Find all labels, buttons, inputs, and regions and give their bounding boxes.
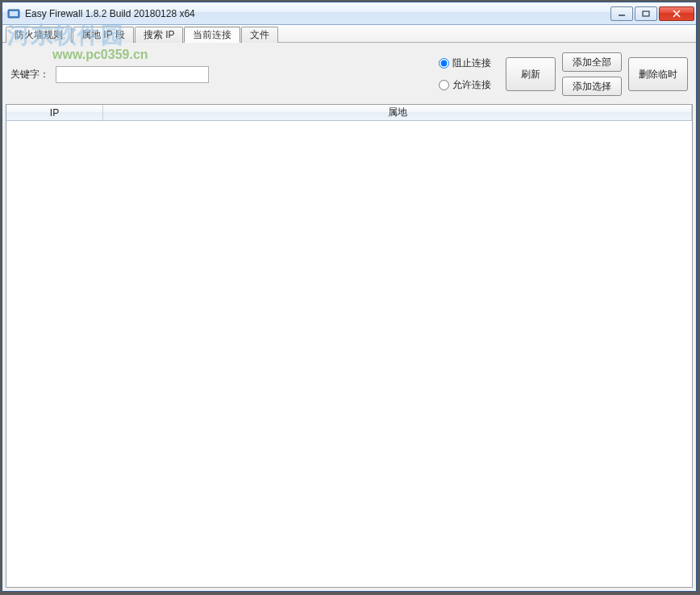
app-window: Easy Firewall 1.8.2 Build 20180128 x64 防… [2, 2, 697, 592]
toolbar: 关键字： 阻止连接 允许连接 刷新 添加全部 添加选择 删除临时 [6, 46, 693, 101]
delete-temp-button[interactable]: 删除临时 [628, 57, 688, 91]
radio-block-connection[interactable]: 阻止连接 [439, 56, 491, 70]
window-controls [610, 6, 694, 21]
column-header-ip[interactable]: IP [6, 105, 103, 120]
refresh-button[interactable]: 刷新 [506, 57, 556, 91]
minimize-button[interactable] [610, 6, 633, 21]
connection-mode-group: 阻止连接 允许连接 [439, 56, 491, 92]
tab-current-connections[interactable]: 当前连接 [184, 27, 240, 43]
title-bar: Easy Firewall 1.8.2 Build 20180128 x64 [2, 2, 696, 25]
svg-rect-3 [643, 11, 649, 16]
tab-label: 文件 [250, 28, 269, 42]
radio-block-label: 阻止连接 [452, 56, 491, 70]
tab-firewall-rules[interactable]: 防火墙规则 [6, 27, 72, 43]
tab-label: 属地 IP 段 [81, 28, 125, 42]
keyword-input[interactable] [56, 66, 209, 83]
connections-table: IP 属地 [6, 104, 693, 588]
add-button-group: 添加全部 添加选择 [562, 52, 622, 96]
radio-allow-label: 允许连接 [452, 78, 491, 92]
tab-strip: 防火墙规则 属地 IP 段 搜索 IP 当前连接 文件 [2, 25, 696, 43]
tab-label: 当前连接 [193, 28, 231, 42]
app-icon [7, 7, 20, 20]
tab-label: 搜索 IP [144, 28, 175, 42]
add-selected-button[interactable]: 添加选择 [562, 77, 622, 96]
column-header-location[interactable]: 属地 [103, 105, 692, 120]
close-button[interactable] [659, 6, 694, 21]
radio-allow-input[interactable] [439, 80, 449, 90]
maximize-button[interactable] [635, 6, 657, 21]
tab-search-ip[interactable]: 搜索 IP [135, 27, 184, 43]
tab-label: 防火墙规则 [15, 28, 63, 42]
radio-block-input[interactable] [439, 58, 449, 69]
radio-allow-connection[interactable]: 允许连接 [439, 78, 491, 92]
tab-location-ip-range[interactable]: 属地 IP 段 [73, 27, 134, 43]
svg-rect-1 [10, 11, 18, 16]
window-title: Easy Firewall 1.8.2 Build 20180128 x64 [25, 8, 610, 19]
keyword-label: 关键字： [10, 68, 49, 81]
table-header: IP 属地 [6, 105, 692, 121]
add-all-button[interactable]: 添加全部 [562, 52, 622, 72]
table-body[interactable] [6, 121, 692, 587]
tab-file[interactable]: 文件 [241, 27, 278, 43]
content-pane: 关键字： 阻止连接 允许连接 刷新 添加全部 添加选择 删除临时 [2, 43, 696, 591]
